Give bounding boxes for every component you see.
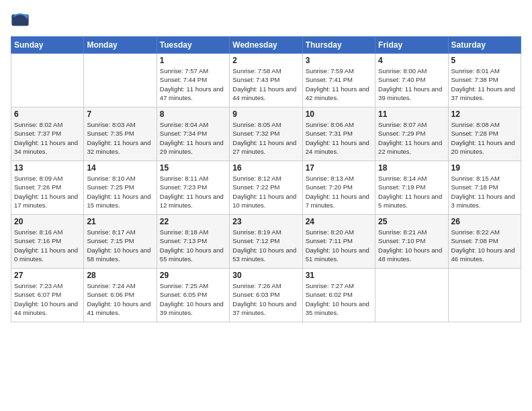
day-number: 18 <box>378 163 445 173</box>
logo-icon <box>11 11 30 30</box>
day-number: 3 <box>306 56 372 65</box>
day-info: Sunrise: 8:19 AM Sunset: 7:12 PM Dayligh… <box>232 228 299 263</box>
weekday-wednesday: Wednesday <box>230 37 302 54</box>
weekday-tuesday: Tuesday <box>157 37 229 54</box>
day-info: Sunrise: 8:22 AM Sunset: 7:08 PM Dayligh… <box>451 228 518 263</box>
day-number: 15 <box>160 163 226 173</box>
week-row-1: 1Sunrise: 7:57 AM Sunset: 7:44 PM Daylig… <box>11 54 521 107</box>
day-number: 5 <box>451 56 518 65</box>
logo <box>11 11 31 30</box>
day-number: 10 <box>306 109 372 119</box>
day-cell: 3Sunrise: 7:59 AM Sunset: 7:41 PM Daylig… <box>302 54 375 107</box>
day-info: Sunrise: 7:25 AM Sunset: 6:05 PM Dayligh… <box>160 281 226 317</box>
day-number: 11 <box>378 109 445 119</box>
day-cell: 26Sunrise: 8:22 AM Sunset: 7:08 PM Dayli… <box>448 215 521 269</box>
day-cell: 7Sunrise: 8:03 AM Sunset: 7:35 PM Daylig… <box>84 107 157 161</box>
weekday-header-row: SundayMondayTuesdayWednesdayThursdayFrid… <box>11 37 521 54</box>
day-number: 20 <box>14 217 81 226</box>
week-row-3: 13Sunrise: 8:09 AM Sunset: 7:26 PM Dayli… <box>11 161 521 215</box>
day-cell: 31Sunrise: 7:27 AM Sunset: 6:02 PM Dayli… <box>302 269 375 322</box>
week-row-2: 6Sunrise: 8:02 AM Sunset: 7:37 PM Daylig… <box>11 107 521 161</box>
week-row-5: 27Sunrise: 7:23 AM Sunset: 6:07 PM Dayli… <box>11 269 521 322</box>
day-info: Sunrise: 7:59 AM Sunset: 7:41 PM Dayligh… <box>306 66 372 102</box>
day-cell: 8Sunrise: 8:04 AM Sunset: 7:34 PM Daylig… <box>157 107 229 161</box>
day-cell: 21Sunrise: 8:17 AM Sunset: 7:15 PM Dayli… <box>84 215 157 269</box>
day-info: Sunrise: 8:21 AM Sunset: 7:10 PM Dayligh… <box>378 228 445 263</box>
weekday-friday: Friday <box>375 37 448 54</box>
day-cell: 28Sunrise: 7:24 AM Sunset: 6:06 PM Dayli… <box>84 269 157 322</box>
day-info: Sunrise: 8:00 AM Sunset: 7:40 PM Dayligh… <box>378 66 445 102</box>
day-cell <box>375 269 448 322</box>
day-info: Sunrise: 7:58 AM Sunset: 7:43 PM Dayligh… <box>232 66 299 102</box>
day-cell: 22Sunrise: 8:18 AM Sunset: 7:13 PM Dayli… <box>157 215 229 269</box>
day-number: 19 <box>451 163 518 173</box>
day-number: 12 <box>451 109 518 119</box>
day-cell: 2Sunrise: 7:58 AM Sunset: 7:43 PM Daylig… <box>230 54 302 107</box>
day-number: 2 <box>232 56 299 65</box>
weekday-saturday: Saturday <box>448 37 521 54</box>
day-cell: 9Sunrise: 8:05 AM Sunset: 7:32 PM Daylig… <box>230 107 302 161</box>
day-cell: 25Sunrise: 8:21 AM Sunset: 7:10 PM Dayli… <box>375 215 448 269</box>
day-cell: 16Sunrise: 8:12 AM Sunset: 7:22 PM Dayli… <box>230 161 302 215</box>
day-cell: 23Sunrise: 8:19 AM Sunset: 7:12 PM Dayli… <box>230 215 302 269</box>
day-info: Sunrise: 7:23 AM Sunset: 6:07 PM Dayligh… <box>14 281 81 317</box>
day-cell: 19Sunrise: 8:15 AM Sunset: 7:18 PM Dayli… <box>448 161 521 215</box>
day-cell: 20Sunrise: 8:16 AM Sunset: 7:16 PM Dayli… <box>11 215 84 269</box>
calendar-body: 1Sunrise: 7:57 AM Sunset: 7:44 PM Daylig… <box>11 54 521 322</box>
day-cell <box>84 54 157 107</box>
day-info: Sunrise: 8:04 AM Sunset: 7:34 PM Dayligh… <box>160 120 226 156</box>
day-cell <box>448 269 521 322</box>
day-info: Sunrise: 8:15 AM Sunset: 7:18 PM Dayligh… <box>451 174 518 210</box>
day-info: Sunrise: 8:18 AM Sunset: 7:13 PM Dayligh… <box>160 228 226 263</box>
day-cell <box>11 54 84 107</box>
day-cell: 27Sunrise: 7:23 AM Sunset: 6:07 PM Dayli… <box>11 269 84 322</box>
day-info: Sunrise: 8:07 AM Sunset: 7:29 PM Dayligh… <box>378 120 445 156</box>
day-number: 14 <box>87 163 153 173</box>
day-info: Sunrise: 8:06 AM Sunset: 7:31 PM Dayligh… <box>306 120 372 156</box>
day-number: 31 <box>306 271 372 280</box>
day-info: Sunrise: 8:20 AM Sunset: 7:11 PM Dayligh… <box>306 228 372 263</box>
day-number: 23 <box>232 217 299 226</box>
day-number: 16 <box>232 163 299 173</box>
weekday-monday: Monday <box>84 37 157 54</box>
day-info: Sunrise: 8:02 AM Sunset: 7:37 PM Dayligh… <box>14 120 81 156</box>
day-info: Sunrise: 7:57 AM Sunset: 7:44 PM Dayligh… <box>160 66 226 102</box>
day-number: 4 <box>378 56 445 65</box>
week-row-4: 20Sunrise: 8:16 AM Sunset: 7:16 PM Dayli… <box>11 215 521 269</box>
day-info: Sunrise: 8:03 AM Sunset: 7:35 PM Dayligh… <box>87 120 153 156</box>
day-info: Sunrise: 7:26 AM Sunset: 6:03 PM Dayligh… <box>232 281 299 317</box>
day-info: Sunrise: 8:08 AM Sunset: 7:28 PM Dayligh… <box>451 120 518 156</box>
day-number: 8 <box>160 109 226 119</box>
day-number: 21 <box>87 217 153 226</box>
day-number: 29 <box>160 271 226 280</box>
day-number: 28 <box>87 271 153 280</box>
day-info: Sunrise: 7:24 AM Sunset: 6:06 PM Dayligh… <box>87 281 153 317</box>
day-info: Sunrise: 8:11 AM Sunset: 7:23 PM Dayligh… <box>160 174 226 210</box>
day-info: Sunrise: 8:09 AM Sunset: 7:26 PM Dayligh… <box>14 174 81 210</box>
day-cell: 10Sunrise: 8:06 AM Sunset: 7:31 PM Dayli… <box>302 107 375 161</box>
day-info: Sunrise: 8:12 AM Sunset: 7:22 PM Dayligh… <box>232 174 299 210</box>
page-header <box>11 11 521 30</box>
day-info: Sunrise: 8:01 AM Sunset: 7:38 PM Dayligh… <box>451 66 518 102</box>
day-number: 17 <box>306 163 372 173</box>
day-cell: 17Sunrise: 8:13 AM Sunset: 7:20 PM Dayli… <box>302 161 375 215</box>
weekday-thursday: Thursday <box>302 37 375 54</box>
day-number: 26 <box>451 217 518 226</box>
day-info: Sunrise: 8:10 AM Sunset: 7:25 PM Dayligh… <box>87 174 153 210</box>
weekday-sunday: Sunday <box>11 37 84 54</box>
day-number: 1 <box>160 56 226 65</box>
day-number: 25 <box>378 217 445 226</box>
day-cell: 6Sunrise: 8:02 AM Sunset: 7:37 PM Daylig… <box>11 107 84 161</box>
day-number: 30 <box>232 271 299 280</box>
day-info: Sunrise: 7:27 AM Sunset: 6:02 PM Dayligh… <box>306 281 372 317</box>
day-cell: 29Sunrise: 7:25 AM Sunset: 6:05 PM Dayli… <box>157 269 229 322</box>
day-number: 13 <box>14 163 81 173</box>
day-cell: 15Sunrise: 8:11 AM Sunset: 7:23 PM Dayli… <box>157 161 229 215</box>
day-info: Sunrise: 8:14 AM Sunset: 7:19 PM Dayligh… <box>378 174 445 210</box>
day-info: Sunrise: 8:13 AM Sunset: 7:20 PM Dayligh… <box>306 174 372 210</box>
day-number: 27 <box>14 271 81 280</box>
day-number: 9 <box>232 109 299 119</box>
day-info: Sunrise: 8:17 AM Sunset: 7:15 PM Dayligh… <box>87 228 153 263</box>
day-cell: 13Sunrise: 8:09 AM Sunset: 7:26 PM Dayli… <box>11 161 84 215</box>
day-cell: 24Sunrise: 8:20 AM Sunset: 7:11 PM Dayli… <box>302 215 375 269</box>
